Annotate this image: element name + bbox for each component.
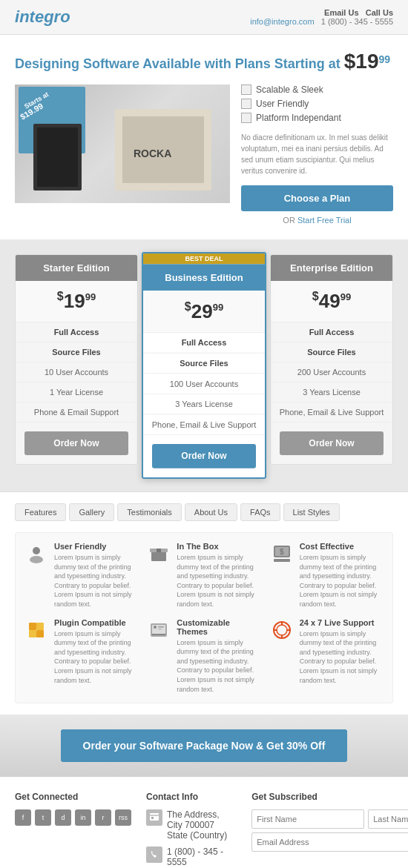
- starter-f1: Full Access: [16, 322, 137, 342]
- svg-rect-12: [157, 549, 161, 552]
- plan-business-header: Business Edition: [143, 264, 265, 291]
- support-title: 24 x 7 Live Support: [300, 618, 384, 627]
- puzzle-icon: [26, 620, 47, 640]
- footer-subscribe: Get Subscribed SUBSCRIBE: [251, 792, 408, 868]
- svg-rect-20: [36, 623, 44, 630]
- hero-section: Designing Software Available with Plans …: [0, 35, 408, 239]
- svg-rect-19: [29, 630, 36, 637]
- plan-starter-price: $1999: [16, 281, 137, 322]
- theme-icon: [148, 620, 169, 640]
- first-name-input[interactable]: [251, 809, 364, 829]
- free-trial-link[interactable]: Start Free Trial: [297, 216, 352, 225]
- social-twitter[interactable]: t: [35, 809, 51, 826]
- social-rss[interactable]: rss: [115, 809, 131, 826]
- business-order-button[interactable]: Order Now: [152, 444, 256, 468]
- enterprise-f4: 3 Years License: [271, 382, 392, 402]
- feature-plugin: Plugin Compatible Lorem Ipsum is simply …: [24, 618, 138, 695]
- footer-main: Get Connected f t d in r rss Contact Inf…: [0, 777, 408, 868]
- social-reddit[interactable]: r: [95, 809, 111, 826]
- footer-contact-title: Contact Info: [146, 792, 237, 802]
- tabs-section: Features Gallery Testimonials About Us F…: [0, 491, 408, 715]
- enterprise-f1: Full Access: [271, 322, 392, 342]
- choose-plan-button[interactable]: Choose a Plan: [241, 185, 393, 211]
- box-icon: [148, 543, 169, 564]
- support-desc: Lorem Ipsum is simply dummy text of the …: [300, 629, 384, 686]
- plan-enterprise-dollar: $: [312, 290, 319, 302]
- enterprise-f5: Phone, Email & Live Support: [271, 402, 392, 423]
- last-name-input[interactable]: [368, 809, 408, 829]
- hero-title: Designing Software Available with Plans …: [15, 50, 393, 73]
- svg-rect-18: [36, 630, 44, 637]
- plan-enterprise-cents: 99: [340, 291, 351, 302]
- svg-point-24: [154, 626, 157, 629]
- svg-text:$: $: [280, 548, 284, 556]
- plan-business-features: Full Access Source Files 100 User Accoun…: [143, 333, 265, 435]
- starter-f3: 10 User Accounts: [16, 362, 137, 382]
- plan-starter-cents: 99: [85, 291, 96, 302]
- footer-subscribe-title: Get Subscribed: [251, 792, 408, 802]
- enterprise-f2: Source Files: [271, 342, 392, 362]
- plan-starter-dollar: $: [57, 290, 64, 302]
- feature-cost-effective: $ Cost Effective Lorem Ipsum is simply d…: [270, 542, 384, 609]
- tab-list-styles[interactable]: List Styles: [283, 503, 340, 521]
- plan-starter-header: Starter Edition: [16, 255, 137, 281]
- social-delicious[interactable]: d: [55, 809, 71, 826]
- tab-testimonials[interactable]: Testimonials: [117, 503, 182, 521]
- user-friendly-icon: [24, 542, 48, 566]
- user-icon: [26, 543, 47, 564]
- themes-text: Customizable Themes Lorem Ipsum is simpl…: [177, 618, 260, 695]
- social-linkedin[interactable]: in: [75, 809, 91, 826]
- logo: integro: [15, 7, 70, 27]
- business-f4: 3 Years License: [143, 394, 265, 415]
- plan-enterprise-features: Full Access Source Files 200 User Accoun…: [271, 322, 392, 423]
- email-label: Email Us: [324, 8, 358, 17]
- plan-business-cents: 99: [213, 302, 223, 313]
- plan-business-price: $2999: [143, 291, 265, 333]
- feature-label-3: Platform Independant: [256, 113, 341, 123]
- hero-image: Starts at $19.99 ROCKA: [15, 85, 230, 203]
- support-icon: [270, 618, 294, 642]
- feature-3: Platform Independant: [241, 113, 393, 123]
- dollar-icon: $: [272, 543, 292, 564]
- hero-price: $19: [344, 50, 379, 73]
- tab-faqs[interactable]: FAQs: [240, 503, 280, 521]
- starter-order-button[interactable]: Order Now: [24, 431, 128, 455]
- contact-address-item: The Address,City 700007State (Country): [146, 809, 237, 841]
- email-input[interactable]: [251, 832, 408, 852]
- user-friendly-text: User Friendly Lorem Ipsum is simply dumm…: [54, 542, 138, 609]
- tab-gallery[interactable]: Gallery: [69, 503, 114, 521]
- in-the-box-title: In The Box: [177, 542, 260, 551]
- footer-contact: Contact Info The Address,City 700007Stat…: [146, 792, 237, 868]
- svg-rect-33: [150, 813, 159, 821]
- in-the-box-icon: [147, 542, 171, 566]
- social-facebook[interactable]: f: [15, 809, 31, 826]
- cta-button[interactable]: Order your Software Package Now & Get 30…: [61, 729, 348, 762]
- name-input-row: [251, 809, 408, 829]
- plan-starter-amount: 19: [64, 290, 85, 312]
- svg-rect-25: [158, 626, 164, 628]
- user-friendly-desc: Lorem Ipsum is simply dummy text of the …: [54, 553, 138, 609]
- svg-rect-4: [37, 127, 78, 187]
- business-f1: Full Access: [143, 333, 265, 354]
- plan-enterprise-price: $4999: [271, 281, 392, 322]
- feature-in-the-box: In The Box Lorem Ipsum is simply dummy t…: [147, 542, 260, 609]
- email-link[interactable]: info@integro.com: [250, 17, 314, 26]
- tab-features[interactable]: Features: [15, 503, 66, 521]
- enterprise-order-button[interactable]: Order Now: [280, 431, 384, 455]
- header: integro Email Us Call Us info@integro.co…: [0, 0, 408, 35]
- contact-address: The Address,City 700007State (Country): [167, 809, 227, 841]
- cost-effective-title: Cost Effective: [300, 542, 384, 551]
- feature-support: 24 x 7 Live Support Lorem Ipsum is simpl…: [270, 618, 384, 695]
- tab-about[interactable]: About Us: [185, 503, 237, 521]
- svg-rect-23: [152, 634, 165, 635]
- address-icon: [146, 809, 162, 826]
- hero-right: Scalable & Sleek User Friendly Platform …: [241, 85, 393, 225]
- social-icons: f t d in r rss: [15, 809, 131, 826]
- plan-starter: Starter Edition $1999 Full Access Source…: [15, 254, 138, 465]
- plugin-desc: Lorem Ipsum is simply dummy text of the …: [54, 629, 138, 686]
- feature-label-1: Scalable & Sleek: [256, 85, 323, 95]
- logo-text: ntegro: [19, 7, 70, 26]
- svg-rect-26: [158, 629, 162, 630]
- svg-rect-10: [151, 551, 166, 561]
- contact-phone: 1 (800) - 345 - 5555: [167, 847, 237, 867]
